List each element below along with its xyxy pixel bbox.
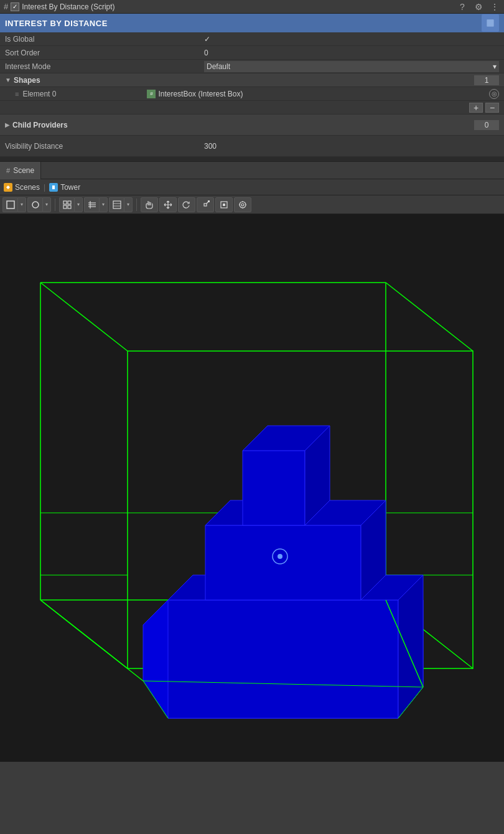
title-bar-left: # ✓ Interest By Distance (Script) <box>4 2 457 11</box>
toolbar-group-1: ▾ <box>2 197 26 212</box>
remove-shape-button[interactable]: − <box>485 103 499 113</box>
tool-rect-button[interactable] <box>2 197 17 212</box>
svg-point-22 <box>241 204 244 206</box>
title-bar-right: ? ⚙ ⋮ <box>457 1 500 12</box>
tool-sphere-dropdown[interactable]: ▾ <box>42 197 51 212</box>
element-0-value-container: # InterestBox (Interest Box) ◎ <box>147 89 499 99</box>
tool-move-button[interactable] <box>159 197 177 212</box>
is-global-checkbox[interactable]: ✓ <box>204 35 210 44</box>
add-shape-button[interactable]: + <box>469 103 483 113</box>
child-providers-count: 0 <box>474 120 499 130</box>
tower-icon <box>49 183 58 192</box>
child-providers-collapse-icon: ▶ <box>5 121 10 128</box>
tool-grid3-dropdown[interactable]: ▾ <box>124 197 133 212</box>
svg-marker-44 <box>205 525 361 600</box>
title-bar: # ✓ Interest By Distance (Script) ? ⚙ ⋮ <box>0 0 504 14</box>
scene-toolbar: ▾ ▾ ▾ ▾ <box>0 195 504 214</box>
interest-mode-label: Interest Mode <box>5 62 204 71</box>
shapes-controls-row: + − <box>0 101 504 115</box>
shapes-label: Shapes <box>14 76 474 85</box>
svg-rect-7 <box>63 205 67 208</box>
svg-rect-3 <box>7 201 14 208</box>
toolbar-sep-1 <box>55 199 55 211</box>
logo-diamond-icon <box>483 16 498 30</box>
breadcrumb-tower[interactable]: Tower <box>49 183 80 192</box>
interest-mode-value: Default <box>207 62 230 71</box>
is-global-row: Is Global ✓ <box>0 32 504 46</box>
tool-target-button[interactable] <box>234 197 251 212</box>
toolbar-group-3: ▾ <box>59 197 83 212</box>
svg-marker-47 <box>243 451 305 525</box>
element-0-row: ≡ Element 0 # InterestBox (Interest Box)… <box>0 87 504 101</box>
svg-rect-8 <box>68 205 71 208</box>
menu-button[interactable]: ⋮ <box>489 1 500 12</box>
tool-grid-dropdown[interactable]: ▾ <box>74 197 83 212</box>
visibility-distance-value[interactable]: 300 <box>204 142 217 151</box>
drag-handle-icon: ≡ <box>15 90 19 98</box>
tower-label: Tower <box>60 183 80 192</box>
sort-order-label: Sort Order <box>5 49 204 57</box>
interest-mode-dropdown[interactable]: Default ▾ <box>204 61 499 72</box>
inspector-logo <box>482 14 499 32</box>
toolbar-group-5: ▾ <box>109 197 133 212</box>
child-providers-label: Child Providers <box>12 121 474 129</box>
svg-point-4 <box>32 202 39 208</box>
tool-rotate-button[interactable] <box>178 197 195 212</box>
shapes-collapse-icon: ▼ <box>5 77 11 83</box>
svg-rect-20 <box>223 204 225 206</box>
scene-tab-hash-icon: # <box>6 167 10 174</box>
svg-point-21 <box>240 202 246 208</box>
tool-grid-button[interactable] <box>59 197 74 212</box>
settings-button[interactable]: ⚙ <box>473 1 484 12</box>
sort-order-value[interactable]: 0 <box>204 49 499 57</box>
scene-tab-label: Scene <box>13 166 34 175</box>
chevron-down-icon: ▾ <box>493 62 497 71</box>
scene-tab[interactable]: # Scene <box>0 162 41 179</box>
enabled-checkbox[interactable]: ✓ <box>11 2 19 11</box>
hash-icon: # <box>4 2 8 11</box>
is-global-label: Is Global <box>5 35 204 44</box>
scene-tabs-bar: # Scene <box>0 162 504 179</box>
toolbar-group-2: ▾ <box>27 197 51 212</box>
tool-grid3-button[interactable] <box>109 197 124 212</box>
tool-grid2-button[interactable] <box>84 197 99 212</box>
svg-marker-41 <box>168 600 398 718</box>
scene-svg <box>0 214 504 762</box>
svg-rect-16 <box>204 204 207 206</box>
tool-sphere-button[interactable] <box>27 197 42 212</box>
element-0-name: InterestBox (Interest Box) <box>158 90 487 98</box>
tool-hand-button[interactable] <box>141 197 158 212</box>
shapes-section-header[interactable]: ▼ Shapes 1 <box>0 73 504 87</box>
inspector-title: INTEREST BY DISTANCE <box>5 19 108 28</box>
scenes-label: Scenes <box>15 183 40 192</box>
svg-rect-18 <box>208 200 210 202</box>
help-button[interactable]: ? <box>457 1 468 12</box>
tool-grid2-dropdown[interactable]: ▾ <box>99 197 108 212</box>
breadcrumb-separator: | <box>44 183 45 192</box>
svg-rect-13 <box>113 201 121 208</box>
tool-rect-dropdown[interactable]: ▾ <box>17 197 26 212</box>
visibility-distance-label: Visibility Distance <box>5 142 204 151</box>
element-0-label: Element 0 <box>22 90 147 98</box>
toolbar-group-4: ▾ <box>84 197 108 212</box>
tool-scale-button[interactable] <box>197 197 214 212</box>
scene-viewport[interactable] <box>0 214 504 762</box>
svg-rect-2 <box>52 185 55 189</box>
svg-point-51 <box>278 554 282 559</box>
breadcrumb-scenes[interactable]: Scenes <box>4 183 40 192</box>
element-0-pick-button[interactable]: ◎ <box>489 89 499 99</box>
interest-mode-row: Interest Mode Default ▾ <box>0 60 504 73</box>
visibility-distance-row: Visibility Distance 300 <box>0 136 504 157</box>
panel-separator <box>0 157 504 162</box>
inspector-header: INTEREST BY DISTANCE <box>0 14 504 32</box>
toolbar-sep-2 <box>136 199 137 211</box>
sort-order-row: Sort Order 0 <box>0 46 504 60</box>
scenes-icon <box>4 183 12 192</box>
shapes-count: 1 <box>474 75 499 85</box>
window-title: Interest By Distance (Script) <box>22 2 114 11</box>
child-providers-section[interactable]: ▶ Child Providers 0 <box>0 115 504 136</box>
tool-rect2-button[interactable] <box>215 197 233 212</box>
inspector-body: Is Global ✓ Sort Order 0 Interest Mode D… <box>0 32 504 157</box>
element-0-type-icon: # <box>147 90 156 98</box>
svg-rect-6 <box>68 201 71 204</box>
